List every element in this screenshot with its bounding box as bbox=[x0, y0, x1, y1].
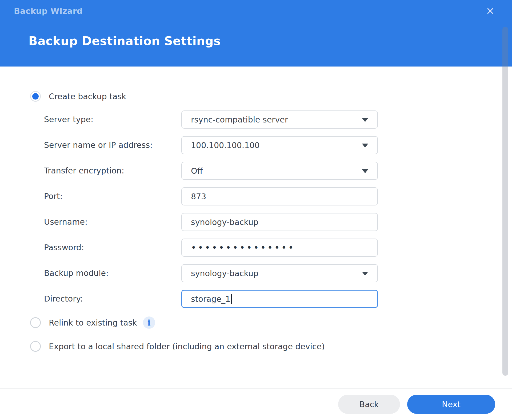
port-label: Port: bbox=[44, 187, 181, 204]
back-button[interactable]: Back bbox=[338, 395, 400, 414]
option-relink-existing-task[interactable]: Relink to existing task i bbox=[30, 316, 512, 329]
username-label: Username: bbox=[44, 213, 181, 229]
server-name-select[interactable]: 100.100.100.100 bbox=[181, 136, 378, 154]
server-name-value: 100.100.100.100 bbox=[191, 141, 260, 150]
window-title: Backup Wizard bbox=[14, 6, 83, 16]
radio-relink-existing-task[interactable] bbox=[30, 317, 41, 328]
password-label: Password: bbox=[44, 239, 181, 255]
backup-module-label: Backup module: bbox=[44, 264, 181, 281]
text-cursor bbox=[231, 294, 232, 304]
transfer-encryption-select[interactable]: Off bbox=[181, 162, 378, 180]
transfer-encryption-row: Transfer encryption: Off bbox=[44, 162, 512, 180]
server-type-row: Server type: rsync-compatible server bbox=[44, 110, 512, 129]
option-create-backup-task[interactable]: Create backup task bbox=[30, 91, 512, 102]
directory-input[interactable]: storage_1 bbox=[181, 290, 378, 308]
chevron-down-icon bbox=[362, 169, 368, 173]
chevron-down-icon bbox=[362, 144, 368, 148]
directory-row: Directory: storage_1 bbox=[44, 290, 512, 308]
directory-value: storage_1 bbox=[191, 294, 230, 304]
password-masked-value: ••••••••••••••• bbox=[191, 242, 295, 253]
password-input[interactable]: ••••••••••••••• bbox=[181, 239, 378, 257]
dialog-titlebar: Backup Wizard ✕ Backup Destination Setti… bbox=[0, 0, 512, 66]
next-button[interactable]: Next bbox=[407, 395, 495, 414]
vertical-scrollbar-thumb[interactable] bbox=[502, 27, 508, 376]
chevron-down-icon bbox=[362, 272, 368, 276]
username-value: synology-backup bbox=[191, 217, 258, 227]
page-title: Backup Destination Settings bbox=[29, 34, 221, 48]
option-export-local-folder[interactable]: Export to a local shared folder (includi… bbox=[30, 341, 512, 352]
backup-module-row: Backup module: synology-backup bbox=[44, 264, 512, 282]
server-name-label: Server name or IP address: bbox=[44, 136, 181, 153]
option-create-backup-task-label: Create backup task bbox=[49, 92, 126, 101]
port-value: 873 bbox=[191, 192, 206, 201]
transfer-encryption-value: Off bbox=[191, 166, 203, 176]
radio-create-backup-task[interactable] bbox=[30, 91, 41, 102]
close-icon[interactable]: ✕ bbox=[484, 5, 497, 18]
dialog-body: Create backup task Server type: rsync-co… bbox=[0, 66, 512, 352]
server-name-row: Server name or IP address: 100.100.100.1… bbox=[44, 136, 512, 154]
password-row: Password: ••••••••••••••• bbox=[44, 239, 512, 257]
transfer-encryption-label: Transfer encryption: bbox=[44, 162, 181, 178]
server-type-value: rsync-compatible server bbox=[191, 115, 288, 124]
port-input[interactable]: 873 bbox=[181, 187, 378, 205]
server-type-select[interactable]: rsync-compatible server bbox=[181, 110, 378, 129]
username-row: Username: synology-backup bbox=[44, 213, 512, 231]
backup-module-select[interactable]: synology-backup bbox=[181, 264, 378, 282]
option-export-label: Export to a local shared folder (includi… bbox=[49, 342, 325, 351]
port-row: Port: 873 bbox=[44, 187, 512, 205]
username-input[interactable]: synology-backup bbox=[181, 213, 378, 231]
chevron-down-icon bbox=[362, 118, 368, 122]
radio-export-local-folder[interactable] bbox=[30, 341, 41, 352]
directory-label: Directory: bbox=[44, 290, 181, 306]
option-relink-label: Relink to existing task bbox=[49, 318, 137, 327]
dialog-footer: Back Next bbox=[0, 388, 512, 420]
server-type-label: Server type: bbox=[44, 110, 181, 127]
backup-module-value: synology-backup bbox=[191, 269, 258, 278]
info-icon[interactable]: i bbox=[143, 316, 155, 329]
backup-destination-form: Server type: rsync-compatible server Ser… bbox=[44, 110, 512, 308]
